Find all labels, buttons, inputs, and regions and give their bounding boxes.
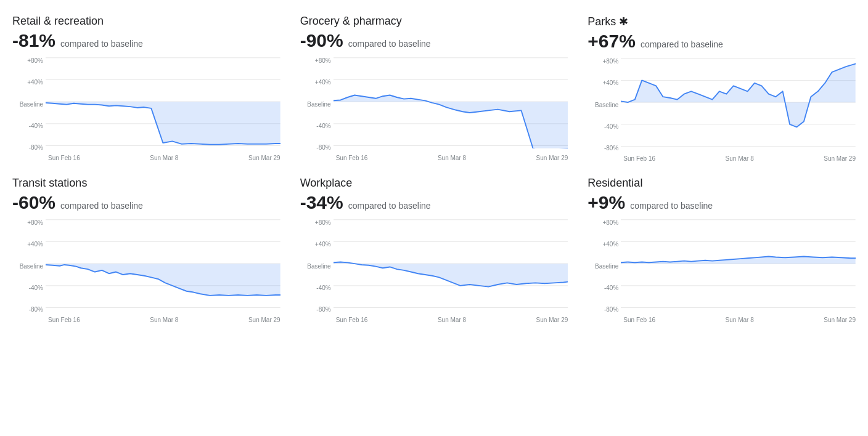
y-label: +80% [590, 219, 618, 226]
stat-label: compared to baseline [60, 39, 143, 49]
x-label: Sun Feb 16 [336, 155, 368, 161]
panel-transit: Transit stations -60% compared to baseli… [10, 172, 283, 328]
stat-value: -34% [300, 192, 343, 213]
y-label: Baseline [303, 101, 331, 108]
charts-grid: Retail & recreation -81% compared to bas… [10, 10, 858, 328]
y-label: -40% [15, 285, 43, 291]
panel-stat: -34% compared to baseline [300, 192, 568, 213]
panel-title: Parks ✱ [588, 15, 628, 28]
y-label: +40% [15, 79, 43, 86]
chart-svg-container [46, 55, 280, 153]
x-label: Sun Feb 16 [48, 155, 80, 161]
x-label: Sun Mar 8 [726, 317, 754, 323]
panel-retail: Retail & recreation -81% compared to bas… [10, 10, 283, 167]
y-label: -40% [15, 123, 43, 129]
panel-title-container: Transit stations [12, 177, 280, 190]
y-label: -80% [590, 306, 618, 313]
x-label: Sun Mar 29 [248, 155, 280, 161]
panel-title: Transit stations [12, 177, 87, 189]
panel-stat: -60% compared to baseline [12, 192, 280, 213]
stat-value: +67% [588, 31, 636, 52]
y-label: +80% [15, 57, 43, 64]
y-label: +80% [303, 219, 331, 226]
asterisk-icon: ✱ [619, 15, 628, 28]
y-label: -80% [303, 306, 331, 313]
stat-value: -90% [300, 30, 343, 51]
y-label: +40% [303, 241, 331, 248]
panel-stat: +9% compared to baseline [588, 192, 856, 213]
panel-title-container: Retail & recreation [12, 15, 280, 28]
y-label: +80% [303, 57, 331, 64]
y-label: -40% [590, 285, 618, 291]
stat-value: -60% [12, 192, 55, 213]
x-label: Sun Mar 29 [536, 317, 568, 323]
y-label: +40% [303, 79, 331, 86]
x-label: Sun Mar 29 [536, 155, 568, 161]
y-label: -40% [303, 285, 331, 291]
panel-stat: -81% compared to baseline [12, 30, 280, 51]
panel-stat: +67% compared to baseline [588, 31, 856, 52]
x-label: Sun Mar 8 [726, 155, 754, 162]
chart-svg-container [621, 217, 856, 315]
y-label: Baseline [15, 101, 43, 108]
y-label: +40% [590, 79, 618, 86]
y-label: +80% [15, 219, 43, 226]
x-label: Sun Mar 8 [150, 317, 178, 323]
x-label: Sun Mar 8 [438, 317, 466, 323]
panel-stat: -90% compared to baseline [300, 30, 568, 51]
y-label: Baseline [15, 263, 43, 270]
y-label: Baseline [303, 263, 331, 270]
x-label: Sun Mar 29 [824, 317, 856, 323]
panel-title-container: Workplace [300, 177, 568, 190]
y-label: +40% [590, 241, 618, 248]
panel-title-container: Parks ✱ [588, 15, 856, 28]
y-label: -80% [590, 145, 618, 151]
x-label: Sun Mar 29 [824, 155, 856, 162]
stat-label: compared to baseline [348, 39, 431, 49]
y-label: Baseline [590, 102, 618, 108]
panel-residential: Residential +9% compared to baseline +80… [585, 172, 858, 328]
x-label: Sun Mar 8 [150, 155, 178, 161]
x-label: Sun Mar 8 [438, 155, 466, 161]
chart-svg-container [46, 217, 280, 315]
panel-title: Residential [588, 177, 642, 189]
y-label: +40% [15, 241, 43, 248]
stat-label: compared to baseline [60, 201, 143, 211]
y-label: -80% [15, 144, 43, 151]
stat-label: compared to baseline [641, 39, 723, 49]
panel-title-container: Grocery & pharmacy [300, 15, 568, 28]
x-label: Sun Feb 16 [48, 317, 80, 323]
y-label: Baseline [590, 263, 618, 270]
stat-label: compared to baseline [630, 201, 713, 211]
y-label: -80% [303, 144, 331, 151]
panel-title: Grocery & pharmacy [300, 15, 402, 27]
chart-svg-container [334, 217, 568, 315]
panel-title: Workplace [300, 177, 353, 189]
panel-parks: Parks ✱ +67% compared to baseline +80%+4… [585, 10, 858, 167]
chart-svg-container [334, 55, 568, 153]
chart-svg-container [621, 55, 856, 154]
panel-workplace: Workplace -34% compared to baseline +80%… [298, 172, 571, 328]
y-label: +80% [590, 58, 618, 65]
y-label: -40% [590, 123, 618, 130]
stat-label: compared to baseline [348, 201, 431, 211]
x-label: Sun Mar 29 [248, 317, 280, 323]
x-label: Sun Feb 16 [623, 317, 655, 323]
x-label: Sun Feb 16 [336, 317, 368, 323]
stat-value: -81% [12, 30, 55, 51]
panel-grocery: Grocery & pharmacy -90% compared to base… [298, 10, 571, 167]
y-label: -40% [303, 123, 331, 129]
stat-value: +9% [588, 192, 625, 213]
y-label: -80% [15, 306, 43, 313]
x-label: Sun Feb 16 [623, 155, 655, 162]
panel-title-container: Residential [588, 177, 856, 190]
panel-title: Retail & recreation [12, 15, 104, 27]
